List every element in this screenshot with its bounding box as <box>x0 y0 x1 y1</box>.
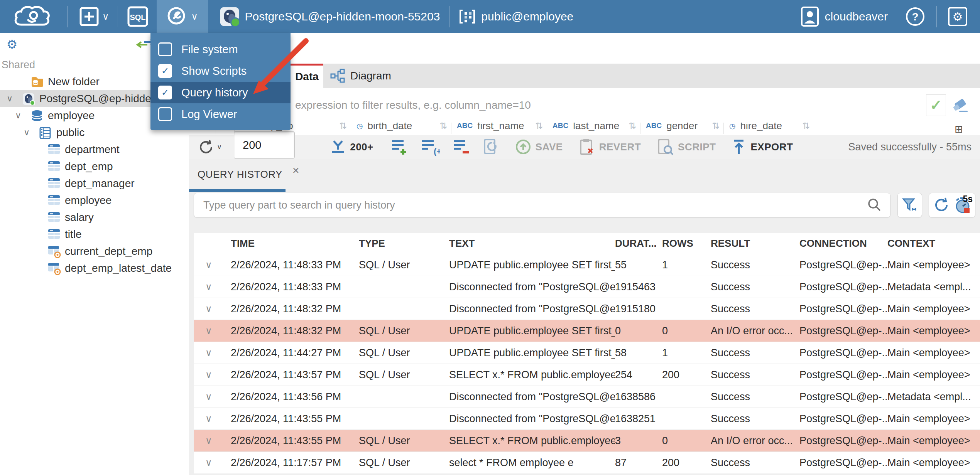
column-header-rows[interactable]: ROWS <box>662 238 711 249</box>
menu-item-file-system[interactable]: File system <box>150 39 291 60</box>
column-header-context[interactable]: CONTEXT <box>887 238 980 249</box>
new-object-button[interactable]: ∨ <box>79 0 109 33</box>
cell-duration: 1915180 <box>615 303 662 315</box>
query-history-filter-button[interactable] <box>897 193 922 217</box>
user-name: cloudbeaver <box>825 10 888 23</box>
expand-chevron-icon[interactable]: ∨ <box>194 413 231 424</box>
tab-diagram[interactable]: Diagram <box>323 64 403 88</box>
grid-column-header-last_name[interactable]: ABClast_name⇅ <box>547 123 640 134</box>
sql-editor-button[interactable]: SQL <box>127 0 149 33</box>
fetch-more-button[interactable]: 200+ <box>330 139 373 155</box>
tree-item-current-dept-emp[interactable]: current_dept_emp <box>0 243 189 260</box>
sort-icon[interactable]: ⇅ <box>439 123 447 131</box>
header-divider <box>67 6 68 27</box>
cell-context: Main <employee> <box>887 369 980 381</box>
expand-chevron-icon[interactable]: ∨ <box>194 303 231 314</box>
expand-chevron-icon[interactable]: ∨ <box>194 325 231 336</box>
menu-item-show-scripts[interactable]: ✓Show Scripts <box>150 60 291 82</box>
menu-item-log-viewer[interactable]: Log Viewer <box>150 103 291 125</box>
chevron-down-icon[interactable]: ∨ <box>15 111 31 121</box>
schema-selector[interactable]: public@employee <box>459 8 573 25</box>
checkbox-unchecked-icon[interactable] <box>158 42 172 56</box>
cell-context: Main <employee> <box>887 303 980 315</box>
grid-settings-icon[interactable]: ⊞ <box>955 123 963 135</box>
delete-row-button[interactable] <box>452 138 470 156</box>
chevron-down-icon[interactable]: ∨ <box>24 128 39 138</box>
column-header-time[interactable]: TIME <box>231 238 359 249</box>
connection-selector[interactable]: PostgreSQL@ep-hidden-moon-55203 <box>220 7 440 26</box>
tree-item-dept-emp[interactable]: dept_emp <box>0 158 189 175</box>
query-history-row[interactable]: ∨2/26/2024, 11:43:57 PMSQL / UserSELECT … <box>194 364 980 386</box>
tree-item-employee[interactable]: employee <box>0 192 189 209</box>
grid-column-header-gender[interactable]: ABCgender⇅ <box>640 123 724 134</box>
cell-text: UPDATE public.employee SET first_... <box>449 347 615 359</box>
chevron-down-icon[interactable]: ∨ <box>7 94 22 104</box>
duplicate-row-button[interactable]: (+) <box>421 138 440 156</box>
sort-icon[interactable]: ⇅ <box>629 123 636 131</box>
column-header-text[interactable]: TEXT <box>449 238 615 249</box>
query-history-row[interactable]: ∨2/26/2024, 11:48:33 PMDisconnected from… <box>194 276 980 298</box>
query-history-row[interactable]: ∨2/26/2024, 11:48:33 PMSQL / UserUPDATE … <box>194 254 980 276</box>
clear-filter-eraser-icon[interactable] <box>952 97 970 114</box>
revert-button[interactable]: REVERT <box>578 138 641 156</box>
query-history-row[interactable]: ∨2/26/2024, 11:43:55 PMDisconnected from… <box>194 408 980 430</box>
query-history-row[interactable]: ∨2/26/2024, 11:43:55 PMSQL / UserSELECT … <box>194 430 980 451</box>
cell-duration: 87 <box>615 457 662 469</box>
column-header-durat[interactable]: DURAT... <box>615 238 662 249</box>
user-menu[interactable]: cloudbeaver <box>800 6 888 27</box>
query-history-row[interactable]: ∨2/26/2024, 11:44:27 PMSQL / UserUPDATE … <box>194 342 980 364</box>
query-history-tab[interactable]: QUERY HISTORY × <box>189 159 299 190</box>
checkbox-checked-icon[interactable]: ✓ <box>158 64 172 78</box>
folder-icon <box>31 76 44 88</box>
export-button[interactable]: EXPORT <box>731 138 793 155</box>
query-history-search-input[interactable] <box>194 199 867 212</box>
column-header-result[interactable]: RESULT <box>711 238 799 249</box>
query-history-row[interactable]: ∨2/26/2024, 11:17:57 PMSQL / Userselect … <box>194 451 980 473</box>
sort-icon[interactable]: ⇅ <box>535 123 543 131</box>
navigator-settings-gear-icon[interactable]: ⚙ <box>5 38 19 51</box>
apply-filter-button[interactable]: ✓ <box>926 94 946 116</box>
sort-icon[interactable]: ⇅ <box>712 123 720 131</box>
checkbox-unchecked-icon[interactable] <box>158 107 172 121</box>
tree-item-dept-emp-latest-date[interactable]: dept_emp_latest_date <box>0 260 189 277</box>
expand-chevron-icon[interactable]: ∨ <box>194 259 231 270</box>
expand-chevron-icon[interactable]: ∨ <box>194 369 231 380</box>
expand-chevron-icon[interactable]: ∨ <box>194 457 231 468</box>
grid-column-header-first_name[interactable]: ABCfirst_name⇅ <box>451 123 547 134</box>
column-header-type[interactable]: TYPE <box>359 238 449 249</box>
sort-icon[interactable]: ⇅ <box>339 123 347 131</box>
checkbox-checked-icon[interactable]: ✓ <box>158 86 172 99</box>
tab-data[interactable]: Data <box>291 64 323 88</box>
add-row-button[interactable] <box>390 138 408 156</box>
expand-chevron-icon[interactable]: ∨ <box>194 281 231 292</box>
query-history-row[interactable]: ∨2/26/2024, 11:43:56 PMDisconnected from… <box>194 386 980 408</box>
tree-item-title[interactable]: title <box>0 226 189 243</box>
row-limit-input[interactable] <box>234 131 295 159</box>
close-icon[interactable]: × <box>292 164 299 177</box>
auto-apply-button[interactable] <box>482 138 499 156</box>
query-history-row[interactable]: ∨2/26/2024, 11:48:32 PMDisconnected from… <box>194 298 980 320</box>
script-button[interactable]: SCRIPT <box>656 138 716 156</box>
help-button[interactable]: ? <box>905 0 926 33</box>
tools-menu-button[interactable]: ∨ <box>157 0 208 33</box>
settings-button[interactable]: ⚙ <box>947 0 968 33</box>
tree-item-dept-manager[interactable]: dept_manager <box>0 175 189 192</box>
expand-chevron-icon[interactable]: ∨ <box>194 391 231 402</box>
sort-icon[interactable]: ⇅ <box>802 123 810 131</box>
expand-chevron-icon[interactable]: ∨ <box>194 435 231 446</box>
query-history-row[interactable]: ∨2/26/2024, 11:48:32 PMSQL / UserUPDATE … <box>194 320 980 342</box>
tree-item-salary[interactable]: salary <box>0 209 189 226</box>
tree-item-department[interactable]: department <box>0 141 189 158</box>
save-button[interactable]: SAVE <box>515 138 563 155</box>
refresh-button[interactable]: ∨ <box>198 138 222 156</box>
filter-expression-input[interactable] <box>189 93 926 117</box>
query-history-refresh-button[interactable]: 5s <box>929 193 975 217</box>
cell-connection: PostgreSQL@ep-... <box>799 259 887 271</box>
menu-item-query-history[interactable]: ✓Query history <box>150 82 291 103</box>
column-header-connection[interactable]: CONNECTION <box>799 238 887 249</box>
cloudbeaver-logo-icon[interactable] <box>11 0 53 33</box>
postgres-icon <box>22 93 35 104</box>
expand-chevron-icon[interactable]: ∨ <box>194 347 231 358</box>
grid-column-header-birth_date[interactable]: ◷birth_date⇅ <box>351 123 451 134</box>
grid-column-header-hire_date[interactable]: ◷hire_date⇅ <box>724 123 814 134</box>
